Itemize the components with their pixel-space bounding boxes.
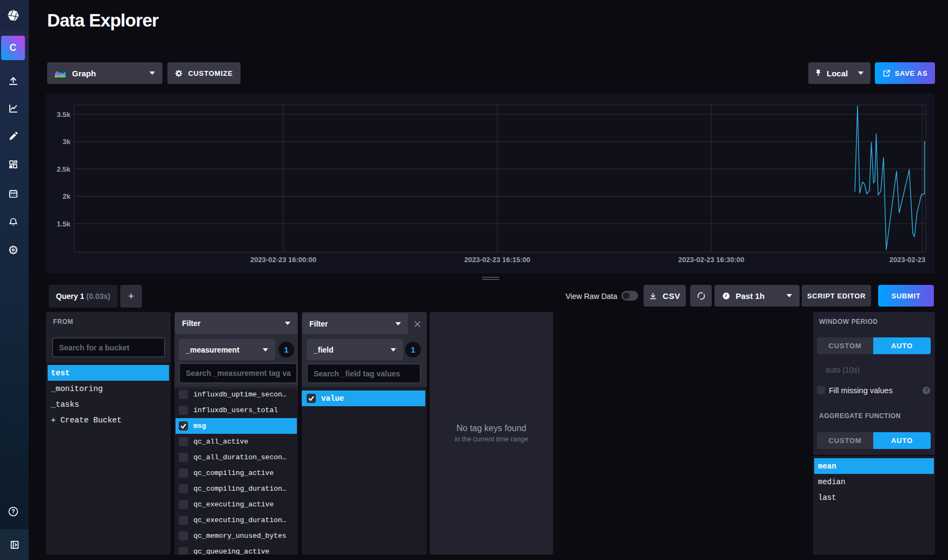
svg-text:2023-02-23: 2023-02-23 xyxy=(889,256,926,264)
svg-text:2k: 2k xyxy=(63,192,71,200)
svg-text:2023-02-23 16:15:00: 2023-02-23 16:15:00 xyxy=(464,256,530,264)
svg-text:2023-02-23 16:00:00: 2023-02-23 16:00:00 xyxy=(250,256,316,264)
svg-text:1.5k: 1.5k xyxy=(57,220,71,228)
svg-text:3.5k: 3.5k xyxy=(57,110,71,119)
svg-text:?: ? xyxy=(11,509,15,515)
svg-text:2023-02-23 16:30:00: 2023-02-23 16:30:00 xyxy=(678,256,744,264)
svg-text:3k: 3k xyxy=(63,138,71,146)
svg-text:2.5k: 2.5k xyxy=(57,165,71,173)
